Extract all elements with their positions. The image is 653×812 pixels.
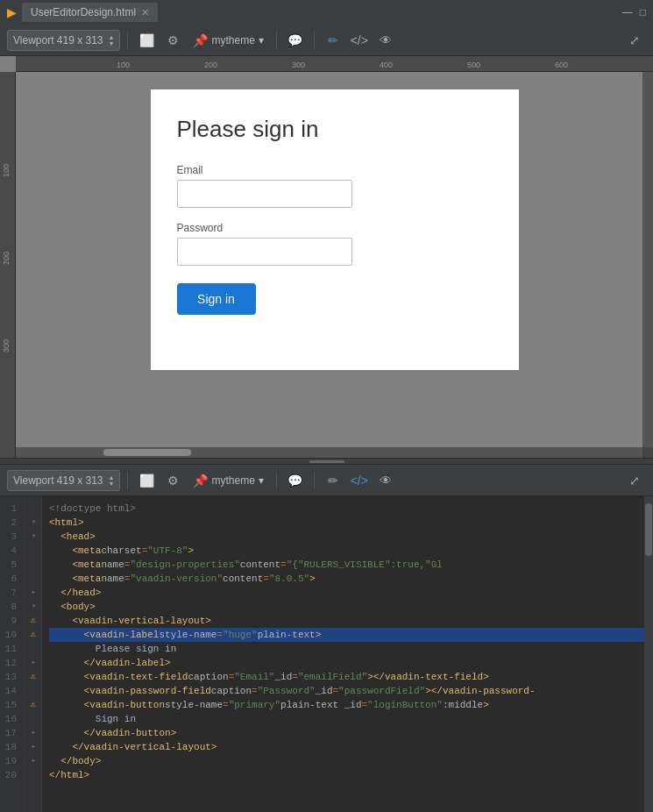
top-toolbar: Viewport 419 x 313 ▲ ▼ ⬜ ⚙ 📌 mytheme ▾ 💬… [0, 25, 653, 56]
gutter-18[interactable]: ▸ [25, 740, 41, 754]
code-theme-selector[interactable]: 📌 mytheme ▾ [188, 472, 268, 489]
linenum-17: 17 [4, 726, 20, 740]
gutter-19[interactable]: ▸ [25, 754, 41, 768]
window-controls: — □ [622, 6, 646, 18]
password-label: Password [177, 222, 493, 234]
viewport-arrows[interactable]: ▲ ▼ [109, 34, 115, 46]
code-line-5: <meta name="design-properties" content="… [49, 558, 646, 572]
pin-icon: 📌 [193, 33, 208, 47]
arrow-up[interactable]: ▲ [109, 34, 115, 40]
layout-icon-button[interactable]: ⬜ [135, 29, 158, 52]
code-line-18: </vaadin-vertical-layout> [49, 740, 646, 754]
gutter-13-warn: ⚠ [25, 670, 41, 684]
code-arrow-down[interactable]: ▼ [109, 481, 115, 487]
gutter-8[interactable]: ▾ [25, 600, 41, 614]
minimize-button[interactable]: — [622, 6, 633, 18]
settings-icon-button[interactable]: ⚙ [161, 29, 184, 52]
code-content: 1 2 3 4 5 6 7 8 9 10 11 12 13 14 15 16 1… [0, 496, 653, 812]
gutter-2[interactable]: ▾ [25, 516, 41, 530]
maximize-button[interactable]: □ [640, 6, 646, 18]
ruler-horizontal: 100 200 300 400 500 600 [16, 56, 653, 72]
ruler-vtick-200: 200 [2, 252, 11, 265]
panel-divider[interactable] [0, 458, 653, 465]
linenum-4: 4 [4, 544, 20, 558]
code-viewport-label: Viewport 419 x 313 [13, 474, 103, 487]
gutter-4 [25, 544, 41, 558]
linenum-14: 14 [4, 684, 20, 698]
preview-icon-button[interactable]: 👁 [374, 29, 397, 52]
linenum-15: 15 [4, 698, 20, 712]
canvas-area[interactable]: Please sign in Email Password Sign in [16, 72, 653, 458]
code-source-button[interactable]: </> [348, 469, 371, 492]
code-v-scrollbar[interactable] [644, 496, 653, 812]
code-line-14: <vaadin-password-field caption="Password… [49, 684, 646, 698]
linenum-7: 7 [4, 586, 20, 600]
code-line-10: <vaadin-label style-name="huge" plain-te… [49, 628, 646, 642]
gutter-6 [25, 572, 41, 586]
linenum-19: 19 [4, 754, 20, 768]
v-scrollbar[interactable] [642, 72, 653, 447]
linenum-20: 20 [4, 768, 20, 782]
gutter-14 [25, 684, 41, 698]
h-scrollbar[interactable] [16, 447, 642, 458]
theme-dropdown-arrow[interactable]: ▾ [259, 34, 264, 46]
email-input[interactable] [177, 180, 352, 208]
code-edit-button[interactable]: ✏ [322, 469, 344, 492]
code-line-16: Sign in [49, 712, 646, 726]
close-tab-button[interactable]: ✕ [141, 7, 149, 18]
code-layout-button[interactable]: ⬜ [135, 469, 158, 492]
ruler-vertical: 100 200 300 [0, 72, 16, 458]
divider-handle [309, 460, 344, 463]
file-tab[interactable]: UserEditorDesign.html ✕ [22, 3, 158, 22]
linenum-6: 6 [4, 572, 20, 586]
gutter-3[interactable]: ▾ [25, 530, 41, 544]
ruler-tick-100: 100 [117, 61, 130, 69]
code-line-4: <meta charset="UTF-8"> [49, 544, 646, 558]
code-line-12: </vaadin-label> [49, 656, 646, 670]
code-viewport-selector[interactable]: Viewport 419 x 313 ▲ ▼ [7, 470, 120, 491]
gutter-5 [25, 558, 41, 572]
line-numbers: 1 2 3 4 5 6 7 8 9 10 11 12 13 14 15 16 1… [0, 496, 25, 812]
expand-icon-button[interactable]: ⤢ [623, 29, 646, 52]
code-line-15: <vaadin-button style-name="primary" plai… [49, 698, 646, 712]
code-viewport-arrows[interactable]: ▲ ▼ [109, 474, 115, 487]
gutter-12[interactable]: ▸ [25, 656, 41, 670]
code-sep-2 [276, 472, 277, 489]
sign-in-button[interactable]: Sign in [177, 283, 256, 315]
code-settings-button[interactable]: ⚙ [161, 469, 184, 492]
code-line-8: <body> [49, 600, 646, 614]
linenum-11: 11 [4, 642, 20, 656]
ruler-tick-500: 500 [467, 61, 480, 69]
linenum-9: 9 [4, 614, 20, 628]
ruler-vtick-300: 300 [2, 339, 11, 353]
theme-selector[interactable]: 📌 mytheme ▾ [188, 32, 268, 49]
linenum-13: 13 [4, 670, 20, 684]
code-line-9: <vaadin-vertical-layout> [49, 614, 646, 628]
code-toolbar: Viewport 419 x 313 ▲ ▼ ⬜ ⚙ 📌 mytheme ▾ 💬… [0, 465, 653, 496]
gutter-11 [25, 642, 41, 656]
code-icon-button[interactable]: </> [348, 29, 371, 52]
gutter-17[interactable]: ▸ [25, 726, 41, 740]
line-gutter: ▾ ▾ ▸ ▾ ⚠ ⚠ ▸ ⚠ ⚠ ▸ ▸ ▸ [25, 496, 42, 812]
linenum-1: 1 [4, 502, 20, 516]
code-preview-button[interactable]: 👁 [374, 469, 397, 492]
gutter-9-warn: ⚠ [25, 614, 41, 628]
code-comment-button[interactable]: 💬 [284, 469, 307, 492]
viewport-selector[interactable]: Viewport 419 x 313 ▲ ▼ [7, 30, 120, 51]
edit-icon-button[interactable]: ✏ [322, 29, 344, 52]
password-input[interactable] [177, 238, 352, 266]
toolbar-separator-1 [127, 32, 128, 49]
gutter-7[interactable]: ▸ [25, 586, 41, 600]
code-line-11: Please sign in [49, 642, 646, 656]
code-expand-button[interactable]: ⤢ [623, 469, 646, 492]
code-line-6: <meta name="vaadin-version" content="8.0… [49, 572, 646, 586]
code-arrow-up[interactable]: ▲ [109, 474, 115, 481]
code-line-1: <!doctype html> [49, 502, 646, 516]
ruler-tick-600: 600 [555, 61, 568, 69]
code-editor[interactable]: <!doctype html> <html> <head> <meta char… [42, 496, 653, 812]
code-theme-arrow[interactable]: ▾ [259, 474, 264, 487]
ruler-tick-300: 300 [292, 61, 305, 69]
scroll-corner [642, 447, 653, 458]
arrow-down[interactable]: ▼ [109, 40, 115, 46]
comment-icon-button[interactable]: 💬 [284, 29, 307, 52]
